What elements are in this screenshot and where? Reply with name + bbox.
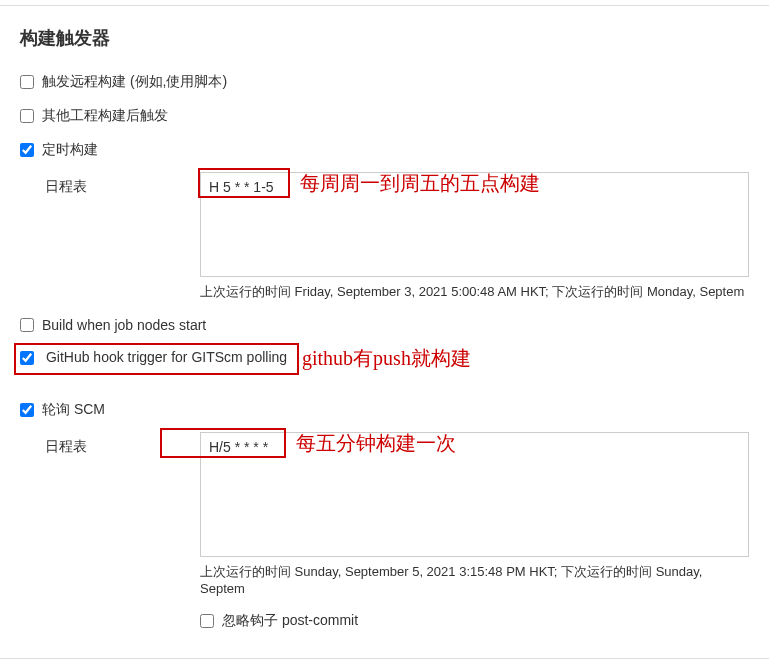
ignore-hooks-row: 忽略钩子 post-commit [200, 604, 749, 638]
ignore-hooks-checkbox[interactable] [200, 614, 214, 628]
bottom-divider [0, 658, 769, 659]
annotation-text: github有push就构建 [302, 345, 471, 372]
timed-schedule-label: 日程表 [45, 172, 200, 196]
trigger-remote-checkbox[interactable] [20, 75, 34, 89]
scm-schedule-textarea[interactable] [200, 432, 749, 557]
trigger-after-other-label: 其他工程构建后触发 [42, 107, 168, 125]
trigger-job-nodes-label: Build when job nodes start [42, 317, 206, 333]
trigger-remote-label: 触发远程构建 (例如,使用脚本) [42, 73, 227, 91]
trigger-remote-row: 触发远程构建 (例如,使用脚本) [20, 65, 749, 99]
annotation-text: 每五分钟构建一次 [296, 430, 456, 457]
trigger-job-nodes-checkbox[interactable] [20, 318, 34, 332]
scm-schedule-row: 日程表 每五分钟构建一次 [20, 432, 749, 560]
trigger-github-hook-row: GitHub hook trigger for GITScm polling g… [20, 341, 749, 373]
trigger-job-nodes-row: Build when job nodes start [20, 309, 749, 341]
trigger-poll-scm-checkbox[interactable] [20, 403, 34, 417]
timed-schedule-row: 日程表 每周周一到周五的五点构建 [20, 172, 749, 280]
trigger-poll-scm-row: 轮询 SCM [20, 393, 749, 427]
scm-status-text: 上次运行的时间 Sunday, September 5, 2021 3:15:4… [200, 560, 749, 604]
build-env-header: 构建环境 [0, 664, 769, 672]
trigger-timed-checkbox[interactable] [20, 143, 34, 157]
trigger-timed-row: 定时构建 [20, 133, 749, 167]
ignore-hooks-label: 忽略钩子 post-commit [222, 612, 358, 630]
build-triggers-header: 构建触发器 [0, 11, 769, 60]
scm-schedule-label: 日程表 [45, 432, 200, 456]
timed-status-text: 上次运行的时间 Friday, September 3, 2021 5:00:4… [200, 280, 749, 309]
trigger-timed-label: 定时构建 [42, 141, 98, 159]
trigger-after-other-checkbox[interactable] [20, 109, 34, 123]
trigger-github-hook-label: GitHub hook trigger for GITScm polling [46, 349, 287, 365]
top-divider [0, 5, 769, 6]
trigger-github-hook-checkbox[interactable] [20, 351, 34, 365]
trigger-poll-scm-label: 轮询 SCM [42, 401, 105, 419]
trigger-after-other-row: 其他工程构建后触发 [20, 99, 749, 133]
annotation-text: 每周周一到周五的五点构建 [300, 170, 540, 197]
